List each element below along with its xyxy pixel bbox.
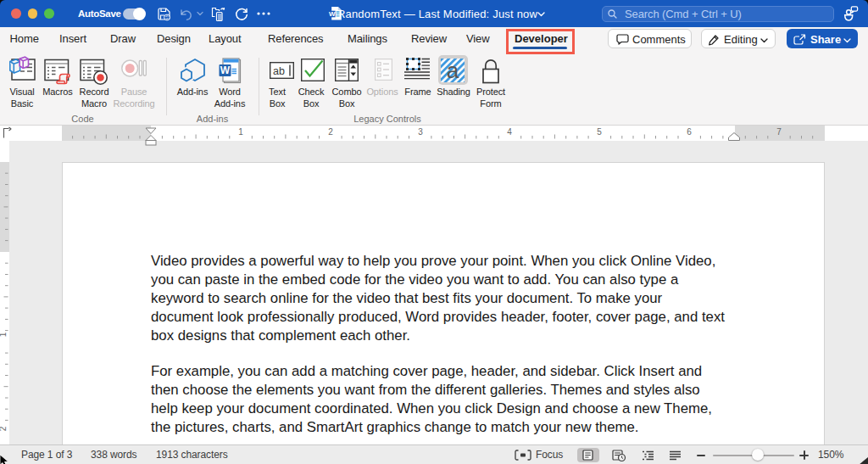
svg-text:W: W <box>329 10 336 18</box>
svg-text:W: W <box>220 64 231 76</box>
svg-text:a: a <box>447 57 459 82</box>
svg-text:ab: ab <box>273 65 285 77</box>
